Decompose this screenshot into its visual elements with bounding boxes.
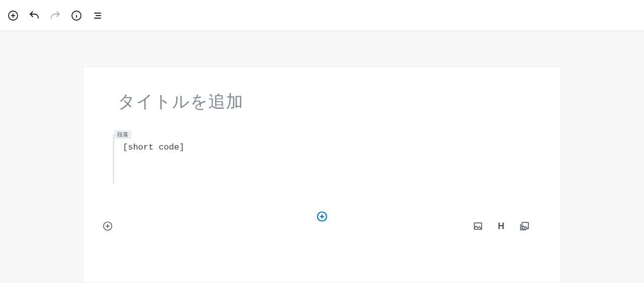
block-type-label: 段落 — [114, 130, 131, 139]
heading-block-button[interactable]: H — [495, 220, 507, 232]
plus-circle-icon — [102, 221, 113, 232]
heading-icon: H — [498, 222, 505, 231]
info-icon — [70, 10, 83, 22]
image-block-button[interactable] — [472, 220, 484, 232]
block-navigation-button[interactable] — [91, 9, 105, 23]
post-title-input[interactable]: タイトルを追加 — [113, 90, 531, 113]
editor-card: タイトルを追加 段落 [short code] — [83, 66, 561, 283]
footer-add-block-button[interactable] — [102, 220, 114, 232]
editor-canvas-wrapper: タイトルを追加 段落 [short code] — [0, 31, 644, 283]
redo-icon — [49, 10, 61, 22]
gallery-block-button[interactable] — [518, 220, 530, 232]
svg-point-5 — [76, 13, 76, 14]
undo-icon — [28, 10, 40, 22]
editor-footer-row: H — [84, 220, 560, 232]
add-block-button[interactable] — [6, 9, 20, 23]
redo-button[interactable] — [48, 9, 62, 23]
content-structure-button[interactable] — [69, 9, 84, 23]
paragraph-block[interactable]: 段落 [short code] — [113, 140, 531, 170]
image-icon — [472, 221, 484, 232]
paragraph-block-content[interactable]: [short code] — [123, 140, 531, 170]
plus-circle-icon — [7, 10, 19, 22]
block-selection-border — [113, 134, 114, 184]
quick-insert-shortcuts: H — [472, 220, 530, 232]
editor-top-toolbar — [0, 0, 644, 31]
gallery-icon — [519, 221, 530, 232]
outline-list-icon — [92, 10, 104, 22]
undo-button[interactable] — [27, 9, 41, 23]
